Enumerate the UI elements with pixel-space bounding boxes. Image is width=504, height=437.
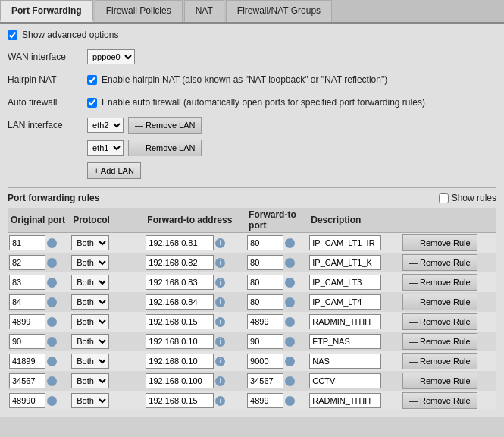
fwd-addr-info-icon[interactable]: i bbox=[215, 357, 225, 366]
table-row: iBothTCPUDPii— Remove Rule bbox=[8, 371, 496, 391]
original-port-input[interactable] bbox=[9, 393, 45, 408]
fwd-port-info-icon[interactable]: i bbox=[285, 376, 295, 386]
fwd-port-info-icon[interactable]: i bbox=[285, 258, 295, 268]
original-port-input[interactable] bbox=[9, 294, 45, 310]
table-row: iBothTCPUDPii— Remove Rule bbox=[8, 332, 496, 351]
original-port-info-icon[interactable]: i bbox=[47, 238, 57, 248]
remove-rule-button[interactable]: — Remove Rule bbox=[402, 274, 477, 291]
tab-firewall-policies[interactable]: Firewall Policies bbox=[95, 0, 183, 22]
auto-firewall-checkbox[interactable] bbox=[87, 98, 97, 108]
remove-rule-button[interactable]: — Remove Rule bbox=[402, 313, 477, 330]
original-port-info-icon[interactable]: i bbox=[47, 396, 57, 406]
fwd-port-input[interactable] bbox=[247, 294, 283, 310]
fwd-addr-info-icon[interactable]: i bbox=[215, 238, 225, 248]
fwd-addr-input[interactable] bbox=[146, 373, 214, 388]
original-port-info-icon[interactable]: i bbox=[47, 317, 57, 327]
remove-rule-button[interactable]: — Remove Rule bbox=[402, 234, 477, 251]
description-input[interactable] bbox=[309, 255, 381, 270]
fwd-addr-info-icon[interactable]: i bbox=[215, 297, 225, 307]
fwd-port-info-icon[interactable]: i bbox=[285, 337, 295, 347]
fwd-addr-input[interactable] bbox=[146, 275, 214, 290]
fwd-port-input[interactable] bbox=[247, 334, 283, 349]
original-port-input[interactable] bbox=[9, 354, 45, 369]
fwd-addr-info-icon[interactable]: i bbox=[215, 258, 225, 268]
fwd-addr-info-icon[interactable]: i bbox=[215, 337, 225, 347]
remove-rule-button[interactable]: — Remove Rule bbox=[402, 254, 477, 271]
fwd-addr-info-icon[interactable]: i bbox=[215, 278, 225, 288]
table-row: iBothTCPUDPii— Remove Rule bbox=[8, 272, 496, 292]
original-port-info-icon[interactable]: i bbox=[47, 258, 57, 268]
fwd-addr-input[interactable] bbox=[146, 393, 214, 408]
original-port-input[interactable] bbox=[9, 235, 45, 250]
description-input[interactable] bbox=[309, 235, 381, 250]
original-port-input[interactable] bbox=[9, 373, 45, 388]
fwd-port-info-icon[interactable]: i bbox=[285, 357, 295, 366]
original-port-input[interactable] bbox=[9, 275, 45, 290]
description-input[interactable] bbox=[309, 314, 381, 329]
remove-rule-button[interactable]: — Remove Rule bbox=[402, 392, 477, 409]
original-port-info-icon[interactable]: i bbox=[47, 357, 57, 366]
original-port-input[interactable] bbox=[9, 314, 45, 329]
tab-port-forwarding[interactable]: Port Forwarding bbox=[0, 0, 93, 22]
pf-rules-header: Port forwarding rules Show rules bbox=[8, 187, 496, 203]
fwd-port-input[interactable] bbox=[247, 354, 283, 369]
fwd-port-info-icon[interactable]: i bbox=[285, 396, 295, 406]
description-input[interactable] bbox=[309, 373, 381, 388]
fwd-addr-info-icon[interactable]: i bbox=[215, 376, 225, 386]
fwd-port-info-icon[interactable]: i bbox=[285, 278, 295, 288]
fwd-port-input[interactable] bbox=[247, 235, 283, 250]
protocol-select[interactable]: BothTCPUDP bbox=[71, 334, 109, 349]
description-input[interactable] bbox=[309, 354, 381, 369]
hairpin-nat-checkbox[interactable] bbox=[87, 75, 97, 85]
fwd-port-info-icon[interactable]: i bbox=[285, 317, 295, 327]
fwd-port-input[interactable] bbox=[247, 393, 283, 408]
description-input[interactable] bbox=[309, 275, 381, 290]
protocol-select[interactable]: BothTCPUDP bbox=[71, 393, 109, 408]
fwd-addr-input[interactable] bbox=[146, 235, 214, 250]
protocol-select[interactable]: BothTCPUDP bbox=[71, 275, 109, 290]
fwd-addr-input[interactable] bbox=[146, 354, 214, 369]
main-content: Show advanced options WAN interface pppo… bbox=[0, 24, 504, 417]
fwd-port-input[interactable] bbox=[247, 373, 283, 388]
protocol-select[interactable]: BothTCPUDP bbox=[71, 354, 109, 369]
protocol-select[interactable]: BothTCPUDP bbox=[71, 235, 109, 250]
protocol-select[interactable]: BothTCPUDP bbox=[71, 294, 109, 310]
add-lan-button[interactable]: + Add LAN bbox=[87, 162, 141, 179]
fwd-addr-input[interactable] bbox=[146, 314, 214, 329]
tab-firewall-nat-groups[interactable]: Firewall/NAT Groups bbox=[226, 0, 332, 22]
fwd-port-info-icon[interactable]: i bbox=[285, 238, 295, 248]
protocol-select[interactable]: BothTCPUDP bbox=[71, 314, 109, 329]
remove-rule-button[interactable]: — Remove Rule bbox=[402, 353, 477, 369]
remove-rule-button[interactable]: — Remove Rule bbox=[402, 294, 477, 310]
original-port-input[interactable] bbox=[9, 334, 45, 349]
original-port-info-icon[interactable]: i bbox=[47, 376, 57, 386]
original-port-info-icon[interactable]: i bbox=[47, 337, 57, 347]
remove-rule-button[interactable]: — Remove Rule bbox=[402, 373, 477, 389]
wan-interface-select[interactable]: pppoe0 eth0 eth1 eth2 bbox=[87, 49, 135, 64]
lan-interface-select1[interactable]: eth0 eth1 eth2 eth3 bbox=[87, 118, 124, 133]
fwd-addr-info-icon[interactable]: i bbox=[215, 396, 225, 406]
tab-nat[interactable]: NAT bbox=[184, 0, 224, 22]
fwd-port-input[interactable] bbox=[247, 275, 283, 290]
description-input[interactable] bbox=[309, 294, 381, 310]
remove-rule-button[interactable]: — Remove Rule bbox=[402, 333, 477, 350]
protocol-select[interactable]: BothTCPUDP bbox=[71, 373, 109, 388]
description-input[interactable] bbox=[309, 393, 381, 408]
lan-interface-select2[interactable]: eth0 eth1 eth2 eth3 bbox=[87, 140, 124, 156]
fwd-addr-input[interactable] bbox=[146, 255, 214, 270]
fwd-port-input[interactable] bbox=[247, 255, 283, 270]
protocol-select[interactable]: BothTCPUDP bbox=[71, 255, 109, 270]
fwd-addr-input[interactable] bbox=[146, 294, 214, 310]
show-rules-checkbox[interactable] bbox=[439, 193, 449, 203]
fwd-port-info-icon[interactable]: i bbox=[285, 297, 295, 307]
fwd-port-input[interactable] bbox=[247, 314, 283, 329]
description-input[interactable] bbox=[309, 334, 381, 349]
fwd-addr-input[interactable] bbox=[146, 334, 214, 349]
remove-lan-button2[interactable]: — Remove LAN bbox=[128, 140, 202, 156]
original-port-info-icon[interactable]: i bbox=[47, 297, 57, 307]
remove-lan-button1[interactable]: — Remove LAN bbox=[128, 117, 202, 134]
original-port-info-icon[interactable]: i bbox=[47, 278, 57, 288]
show-advanced-checkbox[interactable] bbox=[8, 30, 17, 40]
original-port-input[interactable] bbox=[9, 255, 45, 270]
fwd-addr-info-icon[interactable]: i bbox=[215, 317, 225, 327]
